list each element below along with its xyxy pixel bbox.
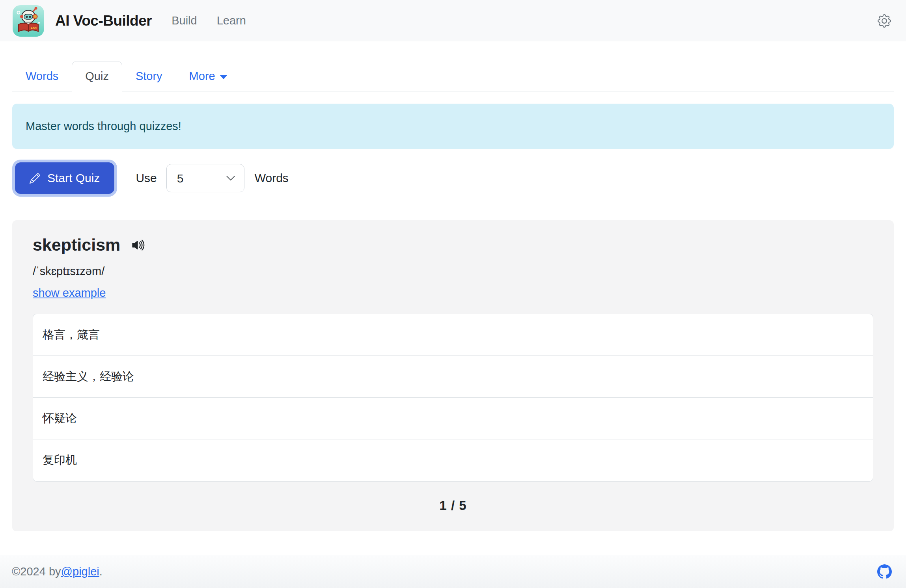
pronounce-button[interactable] (131, 238, 146, 253)
answer-option-3[interactable]: 怀疑论 (33, 398, 873, 439)
tab-more[interactable]: More (176, 61, 240, 91)
app-footer: ©2024 by @piglei . (0, 555, 906, 588)
svg-text:ABC: ABC (31, 27, 37, 30)
quiz-progress: 1 / 5 (33, 498, 873, 513)
tab-more-label: More (189, 70, 215, 82)
phonetic-text: /ˈskɛptɪsɪzəm/ (33, 265, 873, 278)
section-divider (12, 207, 894, 207)
top-nav: Build Learn (152, 14, 246, 27)
word-count-select-wrap: 5 (166, 164, 244, 192)
start-quiz-label: Start Quiz (47, 171, 100, 185)
copyright-period: . (99, 565, 103, 578)
nav-link-build[interactable]: Build (172, 14, 197, 27)
gear-icon (878, 14, 891, 28)
word-count-select[interactable]: 5 (166, 164, 244, 192)
settings-button[interactable] (878, 14, 891, 28)
github-icon (877, 564, 892, 579)
author-link[interactable]: @piglei (61, 565, 99, 578)
start-quiz-button[interactable]: Start Quiz (15, 162, 114, 194)
answer-options-list: 格言，箴言 经验主义，经验论 怀疑论 复印机 (33, 314, 873, 482)
app-title: AI Voc-Builder (55, 13, 152, 29)
caret-down-icon (220, 75, 227, 79)
tab-quiz[interactable]: Quiz (72, 61, 122, 91)
quiz-controls: Start Quiz Use 5 Words (12, 162, 894, 194)
copyright-text: ©2024 by (12, 565, 61, 578)
volume-up-icon (131, 238, 146, 253)
main-content: Words Quiz Story More Master words throu… (0, 41, 906, 555)
app-logo: ABC (13, 5, 44, 37)
tab-words[interactable]: Words (12, 61, 72, 91)
pencil-icon (30, 173, 40, 184)
word-row: skepticism (33, 235, 873, 255)
answer-option-4[interactable]: 复印机 (33, 439, 873, 481)
info-alert: Master words through quizzes! (12, 104, 894, 149)
use-label: Use (136, 171, 157, 185)
tab-bar: Words Quiz Story More (12, 61, 894, 91)
nav-link-learn[interactable]: Learn (217, 14, 246, 27)
answer-option-1[interactable]: 格言，箴言 (33, 314, 873, 356)
answer-option-2[interactable]: 经验主义，经验论 (33, 356, 873, 398)
quiz-word: skepticism (33, 235, 120, 255)
tab-story[interactable]: Story (122, 61, 176, 91)
app-header: ABC AI Voc-Builder Build Learn (0, 0, 906, 41)
show-example-link[interactable]: show example (33, 287, 106, 300)
robot-reading-book-icon: ABC (13, 5, 44, 37)
github-link[interactable] (877, 564, 892, 579)
quiz-card: skepticism /ˈskɛptɪsɪzəm/ show example 格… (12, 220, 894, 531)
words-label: Words (255, 171, 289, 185)
